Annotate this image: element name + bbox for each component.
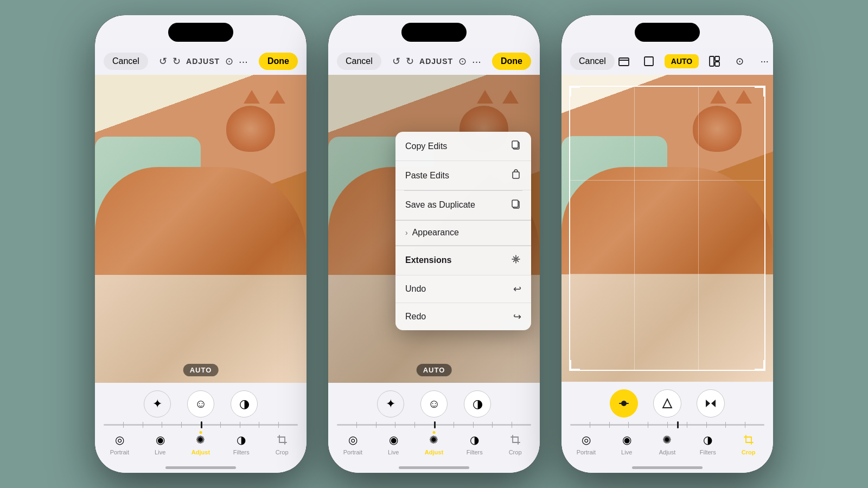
phone-1: Cancel ↺ ↻ ADJUST ⊙ ··· Done AUTO [95, 15, 307, 473]
bottom-toolbar-2: ✦ ☺ ◑ [328, 383, 540, 473]
circle-tool-1[interactable]: ◑ [231, 390, 258, 418]
undo-label: Undo [405, 284, 426, 294]
slider-track-2[interactable] [337, 424, 531, 426]
redo-icon-1[interactable]: ↻ [173, 55, 181, 67]
live-icon-3: ◉ [619, 432, 634, 447]
crop-toolbar-icons: AUTO ⊙ ··· [615, 52, 773, 70]
wand-tool-1[interactable]: ✦ [144, 390, 171, 418]
tab-bar-3: ◎ Portrait ◉ Live ✺ Adjust ◑ Filters [561, 428, 773, 462]
face-tool-2[interactable]: ☺ [420, 390, 448, 418]
crop-corner-tr[interactable] [755, 86, 765, 97]
tab-live-3[interactable]: ◉ Live [612, 432, 642, 455]
status-bar-3 [561, 15, 773, 48]
wand-tool-2[interactable]: ✦ [377, 390, 404, 418]
layout-icon[interactable] [705, 52, 724, 70]
crop-corner-br[interactable] [755, 360, 765, 371]
dynamic-island-1 [168, 23, 233, 42]
bottom-toolbar-3: ◎ Portrait ◉ Live ✺ Adjust ◑ Filters [561, 382, 773, 473]
home-indicator-1 [95, 462, 307, 473]
svg-rect-1 [512, 141, 518, 148]
tab-live-2[interactable]: ◉ Live [379, 432, 409, 455]
slider-thumb-1[interactable] [201, 421, 202, 428]
menu-paste-edits[interactable]: Paste Edits [395, 161, 531, 190]
adjust-title-1: ADJUST [186, 57, 220, 66]
redo-icon-2[interactable]: ↻ [406, 55, 414, 67]
svg-rect-5 [619, 58, 629, 66]
live-icon-1: ◉ [152, 432, 168, 447]
tab-adjust-2[interactable]: ✺ Adjust [419, 432, 449, 455]
adjust-label-2: Adjust [425, 449, 443, 455]
crop-level-tool[interactable] [610, 389, 638, 418]
cat-ear-right-1 [269, 90, 285, 104]
menu-appearance[interactable]: › Appearance [395, 220, 531, 246]
slider-row-1 [95, 422, 307, 428]
crop-rotate-tool[interactable] [653, 389, 681, 418]
home-bar-1 [165, 466, 236, 469]
menu-undo[interactable]: Undo ↩ [395, 275, 531, 303]
undo-icon-1[interactable]: ↺ [159, 55, 167, 67]
tab-filters-2[interactable]: ◑ Filters [459, 432, 489, 455]
cat-ear-left-1 [244, 90, 260, 104]
copy-edits-label: Copy Edits [405, 142, 447, 151]
live-label-3: Live [621, 449, 632, 455]
more-icon-3[interactable]: ··· [755, 52, 773, 70]
slider-track-3[interactable] [570, 424, 764, 426]
home-indicator-3 [561, 462, 773, 473]
photo-area-2: AUTO Copy Edits Paste Edits [328, 75, 540, 383]
face-icon-2: ☺ [428, 397, 440, 411]
tab-crop-3[interactable]: Crop [733, 432, 763, 455]
slider-track-1[interactable] [104, 424, 298, 426]
svg-point-10 [621, 401, 627, 406]
tab-filters-3[interactable]: ◑ Filters [693, 432, 723, 455]
menu-save-duplicate[interactable]: Save as Duplicate [395, 191, 531, 220]
crop-label-3: Crop [742, 449, 756, 455]
aspect-ratio-icon[interactable] [615, 52, 633, 70]
more-icon-1[interactable]: ··· [239, 55, 248, 68]
person-icon-3[interactable]: ⊙ [730, 52, 749, 70]
menu-redo[interactable]: Redo ↪ [395, 303, 531, 330]
more-icon-2[interactable]: ··· [472, 55, 481, 68]
redo-menu-icon: ↪ [513, 311, 521, 323]
square-icon[interactable] [640, 52, 658, 70]
slider-row-3 [561, 422, 773, 428]
crop-corner-bl[interactable] [569, 360, 580, 371]
cancel-button-2[interactable]: Cancel [337, 53, 381, 70]
crop-corner-tl[interactable] [569, 86, 580, 97]
tab-live-1[interactable]: ◉ Live [145, 432, 175, 455]
done-button-2[interactable]: Done [492, 53, 531, 70]
adjust-label-1: Adjust [192, 449, 210, 455]
slider-thumb-2[interactable] [434, 421, 436, 428]
tab-portrait-3[interactable]: ◎ Portrait [571, 432, 601, 455]
slider-thumb-3[interactable] [677, 421, 679, 428]
adjust-dot-2 [432, 431, 435, 434]
circle-tool-2[interactable]: ◑ [464, 390, 491, 418]
crop-flip-tool[interactable] [697, 389, 725, 418]
tab-crop-1[interactable]: Crop [267, 432, 297, 455]
undo-icon-2[interactable]: ↺ [392, 55, 400, 67]
tab-portrait-2[interactable]: ◎ Portrait [338, 432, 368, 455]
face-tool-1[interactable]: ☺ [187, 390, 214, 418]
crop-icon-2 [508, 432, 523, 447]
appearance-label: Appearance [412, 228, 459, 237]
menu-copy-edits[interactable]: Copy Edits [395, 132, 531, 161]
tab-portrait-1[interactable]: ◎ Portrait [105, 432, 135, 455]
extensions-icon [510, 254, 521, 267]
cancel-button-3[interactable]: Cancel [570, 53, 615, 70]
circle-icon-2: ◑ [473, 397, 483, 411]
tab-adjust-1[interactable]: ✺ Adjust [186, 432, 215, 455]
tab-filters-1[interactable]: ◑ Filters [226, 432, 256, 455]
done-button-1[interactable]: Done [259, 53, 298, 70]
tab-adjust-3[interactable]: ✺ Adjust [652, 432, 682, 455]
auto-button-3[interactable]: AUTO [665, 54, 699, 68]
tab-crop-2[interactable]: Crop [500, 432, 530, 455]
cancel-button-1[interactable]: Cancel [104, 53, 148, 70]
portrait-icon-1: ◎ [112, 432, 127, 447]
status-bar-2 [328, 15, 540, 48]
menu-extensions[interactable]: Extensions [395, 246, 531, 275]
person-icon-2[interactable]: ⊙ [458, 55, 467, 67]
live-label-1: Live [155, 449, 165, 455]
circle-icon-1: ◑ [239, 397, 250, 411]
crop-overlay[interactable] [569, 86, 765, 371]
person-icon-1[interactable]: ⊙ [225, 55, 233, 67]
adjust-title-2: ADJUST [419, 57, 453, 66]
